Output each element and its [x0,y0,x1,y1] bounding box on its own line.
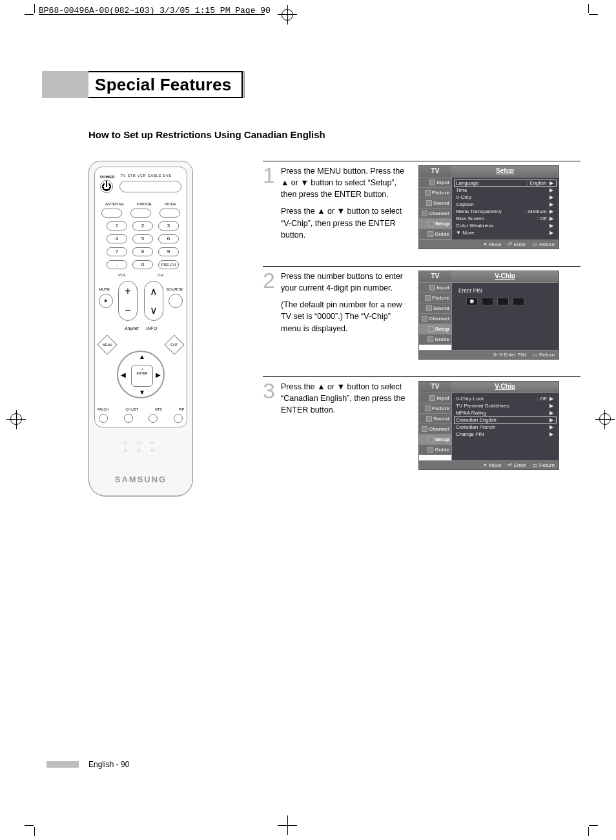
osd-item: Canadian French▶ [452,424,559,431]
osd-item: ▼ More▶ [452,229,559,236]
remote-illustration: POWER ⏻ TV STB VCR CABLE DVD ANTENNA P.M… [88,161,193,497]
osd-tab-input: Input [419,283,451,293]
btn-favch [99,414,108,423]
lbl-info: INFO [146,326,157,331]
num-5: 5 [132,234,153,243]
lbl-pip: PIP [179,407,184,411]
down-arrow-icon: ▼ [139,389,145,396]
move-hint: ✦ Move [483,462,502,468]
num-2: 2 [132,221,153,230]
reg-mark [604,410,605,429]
enter-button: ⏎ENTER [131,365,153,387]
btn-pip [174,414,183,423]
power-button: ⏻ [100,180,113,193]
pin-digit-1: ✱ [466,298,478,305]
osd-item: Blue Screen: Off ▶ [452,215,559,222]
page-title: Special Features [95,75,231,95]
osd-tab-channel: Channel [419,314,451,324]
slug-underline [39,14,265,15]
crop-mark [589,825,598,826]
osd-tab-guide: Guide [419,445,451,455]
menu-button: MENU [97,334,117,354]
osd-item: Color Weakness▶ [452,222,559,229]
osd-item: TV Parental Guidelines▶ [452,402,559,409]
remote-dots: ○ ○ ○○ ○ ○ [89,439,192,455]
reg-mark [595,419,615,420]
lbl-anynet: Anynet [125,326,139,331]
exit-button: EXIT [164,334,184,354]
left-arrow-icon: ◀ [121,371,126,378]
lbl-source: SOURCE [166,287,183,291]
num-8: 8 [132,247,153,256]
ch-rocker: ∧∨ [144,281,163,321]
btn-prech: PRE-CH [158,260,179,269]
pin-digit-3 [497,298,509,305]
lbl-mute: MUTE [99,287,110,291]
osd-tv-label: TV [419,166,451,178]
num-dash: - [107,260,127,269]
row-labels: ANTENNA P.MODE MODE [95,202,187,206]
return-hint: ▭ Return [533,241,555,247]
osd-tab-guide: Guide [419,334,451,345]
osd-item: Change PIN▶ [452,431,559,438]
osd-item: V-Chip Lock: Off ▶ [452,395,559,402]
crop-mark [588,827,589,836]
lbl-pmode: P.MODE [137,202,152,206]
pin-digit-2 [482,298,493,305]
page-footer: English - 90 [88,760,129,769]
lbl-mts: MTS [155,407,162,411]
up-arrow-icon: ▲ [139,353,145,360]
osd-tab-setup: Setup [419,324,451,334]
num-6: 6 [158,234,179,243]
reg-mark [16,410,17,429]
right-arrow-icon: ▶ [156,371,161,378]
osd-item: Language: English ▶ [454,179,557,187]
osd-tab-picture: Picture [419,188,451,198]
osd-vchip-menu: TV V-Chip InputPictureSoundChannelSetupG… [418,381,559,470]
osd-tab-sound: Sound [419,198,451,209]
osd-tab-picture: Picture [419,404,451,414]
btn-mts [149,414,158,423]
osd-tab-channel: Channel [419,209,451,219]
reg-mark [282,9,293,21]
rule [263,266,580,267]
enter-pin-label: Enter PIN [452,285,559,294]
osd-tv-label: TV [419,382,451,393]
return-hint: ▭ Return [533,352,555,358]
osd-tab-channel: Channel [419,424,451,435]
crop-mark [588,4,589,13]
osd-tab-setup: Setup [419,435,451,445]
btn-pmode [130,209,151,218]
footer-accent [46,761,79,768]
move-hint: ✦ Move [483,241,502,247]
header-accent [42,71,88,98]
osd-setup: TV Setup InputPictureSoundChannelSetupGu… [418,165,559,249]
osd-tab-sound: Sound [419,414,451,424]
step-number: 3 [263,381,277,470]
crop-mark [25,825,34,826]
osd-tab-setup: Setup [419,219,451,229]
vol-rocker: +− [118,281,138,321]
lbl-ch: CH [158,273,163,277]
crop-mark [34,4,35,13]
enterpin-hint: 0~9 Enter PIN [493,352,526,358]
lbl-mode: MODE [165,202,176,206]
return-hint: ▭ Return [533,462,555,468]
osd-item: Time▶ [452,187,559,194]
step-3-text: Press the ▲ or ▼ button to select “Canad… [281,381,408,470]
osd-tab-picture: Picture [419,293,451,303]
lbl-favch: FAV.CH [98,407,108,411]
section-header: Special Features [42,71,580,98]
num-4: 4 [107,234,127,243]
source-button [169,294,183,308]
step-number: 2 [263,271,277,360]
osd-tab-input: Input [419,393,451,404]
crop-mark [34,827,35,836]
brand-logo: SAMSUNG [89,475,192,484]
osd-item: Canadian English▶ [454,416,557,424]
enter-hint: ⏎ Enter [508,241,526,247]
num-9: 9 [158,247,179,256]
step-number: 1 [263,165,277,249]
pin-digit-4 [513,298,524,305]
mode-slider [119,181,181,192]
